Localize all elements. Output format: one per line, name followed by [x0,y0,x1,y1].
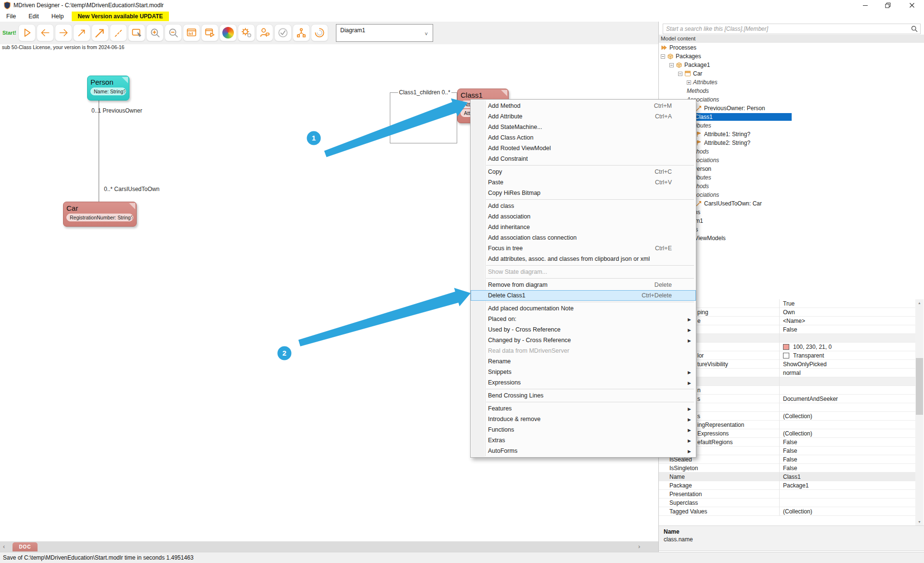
menu-item-add-placed-documentation-note[interactable]: Add placed documentation Note [471,303,696,314]
expand-icon[interactable]: + [687,80,691,85]
menu-help[interactable]: Help [45,12,70,21]
tree-item-attribute1-string[interactable]: Attribute1: String? [659,130,924,139]
menu-item-remove-from-diagram[interactable]: Remove from diagramDelete [471,280,696,290]
menu-item-copy-hires-bitmap[interactable]: Copy HiRes Bitmap [471,188,696,198]
property-value[interactable]: ShowOnlyPicked [779,360,915,368]
menu-item-add-class[interactable]: Add class [471,201,696,211]
diagram-select[interactable]: Diagram1 ˅ [336,24,433,42]
menu-item-add-statemachine[interactable]: Add StateMachine... [471,122,696,132]
menu-item-add-class-action[interactable]: Add Class Action [471,132,696,143]
property-value[interactable] [779,403,915,411]
minimize-button[interactable] [855,0,876,11]
menu-item-introduce-remove[interactable]: Introduce & remove▶ [471,414,696,424]
tree-item-class1[interactable]: −Class1 [659,113,924,121]
property-value[interactable]: Transparent [779,351,915,359]
tree-item-diagrams[interactable]: −Diagrams [659,208,924,217]
menu-item-add-inheritance[interactable]: Add inheritance [471,222,696,232]
collapse-icon[interactable]: − [678,72,682,76]
menu-item-focus-in-tree[interactable]: Focus in treeCtrl+E [471,243,696,254]
property-value[interactable]: (Collection) [779,507,915,515]
menu-item-autoforms[interactable]: AutoForms▶ [471,446,696,456]
menu-item-add-constraint[interactable]: Add Constraint [471,154,696,164]
menu-item-changed-by-cross-reference[interactable]: Changed by - Cross Reference▶ [471,335,696,345]
property-value[interactable] [779,386,915,394]
property-value[interactable]: DocumentAndSeeker [779,395,915,403]
run-button[interactable] [18,24,36,41]
property-value[interactable] [779,499,915,507]
restore-button[interactable] [877,0,898,11]
menu-item-extras[interactable]: Extras▶ [471,435,696,446]
validate-check-button[interactable] [274,24,292,41]
tree-item-package1[interactable]: −Package1 [659,61,924,69]
class-attribute[interactable]: RegistrationNumber: String? [66,214,133,221]
menu-item-features[interactable]: Features▶ [471,403,696,414]
tree-item-car[interactable]: −Car [659,69,924,78]
property-value[interactable]: <Name> [779,317,915,325]
rings-button[interactable] [311,24,328,41]
zoom-out-button[interactable] [165,24,182,41]
menu-item-snippets[interactable]: Snippets▶ [471,367,696,377]
property-value[interactable]: Package1 [779,481,915,489]
collapse-icon[interactable]: − [661,54,665,59]
menu-edit[interactable]: Edit [22,12,45,21]
class-box-person[interactable]: Person Name: String? [87,76,129,101]
tree-item-serversideviewmodels[interactable]: +ServersideViewModels [659,234,924,243]
window-run-button[interactable] [201,24,218,41]
menu-item-add-attributes-assoc-and-classes-from-clipboard-json-or-xml[interactable]: Add attributes, assoc. and classes from … [471,254,696,264]
tree-item-queries[interactable]: +Queries [659,243,924,251]
menu-item-add-attribute[interactable]: Add AttributeCtrl+A [471,111,696,122]
dashed-line-button[interactable] [110,24,127,41]
scroll-up-icon[interactable]: ▲ [915,299,924,307]
user-link-button[interactable] [256,24,273,41]
scroll-right-icon[interactable]: › [638,543,640,550]
back-button[interactable] [37,24,54,41]
menu-item-add-rooted-viewmodel[interactable]: Add Rooted ViewModel [471,143,696,154]
menu-item-add-association-class-connection[interactable]: Add association class connection [471,232,696,243]
menu-item-placed-on[interactable]: Placed on:▶ [471,314,696,324]
search-input[interactable] [663,24,921,34]
property-value[interactable]: Own [779,308,915,316]
doc-tab[interactable]: DOC [13,542,38,551]
tree-item-methods[interactable]: Methods [659,87,924,95]
property-value[interactable]: False [779,438,915,446]
select-rectangle-button[interactable] [128,24,145,41]
settings-gears-button[interactable] [238,24,255,41]
scrollbar-thumb[interactable] [916,358,923,415]
menu-item-copy[interactable]: CopyCtrl+C [471,166,696,177]
scroll-down-icon[interactable]: ▼ [915,518,924,525]
property-value[interactable] [779,490,915,498]
arrow-long-button[interactable] [91,24,109,41]
class-attribute[interactable]: Name: String? [90,88,126,95]
tree-item-attributes[interactable]: +Attributes [659,78,924,87]
menu-file[interactable]: File [0,12,22,21]
tree-item-associations[interactable]: Associations [659,156,924,165]
menu-item-delete-class1[interactable]: Delete Class1Ctrl+Delete [471,290,696,301]
menu-item-functions[interactable]: Functions▶ [471,424,696,435]
search-icon[interactable] [911,26,918,34]
close-button[interactable] [901,0,923,11]
property-value[interactable]: (Collection) [779,429,915,437]
menu-item-add-association[interactable]: Add association [471,211,696,222]
arrow-button[interactable] [73,24,90,41]
structure-nodes-button[interactable] [293,24,310,41]
menu-item-bend-crossing-lines[interactable]: Bend Crossing Lines [471,390,696,401]
scroll-left-icon[interactable]: ‹ [3,543,5,550]
menu-item-rename[interactable]: Rename [471,356,696,367]
tree-item-methods[interactable]: Methods [659,182,924,191]
property-value[interactable]: Class1 [779,473,915,481]
tree-item-attributes[interactable]: Attributes [659,173,924,182]
property-value[interactable]: True [779,299,915,307]
menu-item-expressions[interactable]: Expressions▶ [471,377,696,388]
tree-item-methods[interactable]: Methods [659,147,924,156]
tree-item-diagram1[interactable]: Diagram1 [659,217,924,225]
tree-item-processes[interactable]: Processes [659,43,924,52]
property-value[interactable]: False [779,325,915,333]
collapse-icon[interactable]: − [669,63,674,67]
property-value[interactable]: False [779,455,915,463]
tree-item-associations[interactable]: Associations [659,95,924,104]
property-scrollbar[interactable]: ▲ ▼ [915,299,924,525]
tree-item-person[interactable]: −Person [659,165,924,173]
property-value[interactable]: False [779,447,915,455]
window-log-button[interactable] [183,24,200,41]
update-available-button[interactable]: New Version available UPDATE [72,12,168,21]
